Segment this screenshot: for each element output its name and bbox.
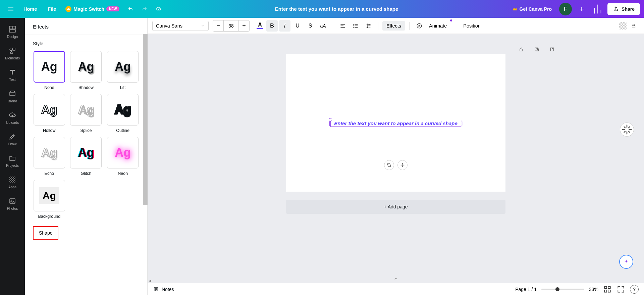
- style-preview: Ag: [107, 137, 139, 168]
- rail-label: Projects: [6, 163, 19, 167]
- page[interactable]: Enter the text you want to appear in a c…: [286, 54, 505, 192]
- strikethrough-button[interactable]: S: [305, 20, 316, 32]
- ai-assistant-fab[interactable]: [619, 255, 633, 269]
- style-background[interactable]: Ag Background: [33, 180, 66, 219]
- page-strip: [517, 45, 557, 54]
- svg-rect-1: [13, 26, 15, 29]
- style-preview: Ag: [107, 94, 139, 126]
- text-color-button[interactable]: A: [255, 21, 265, 31]
- style-shadow[interactable]: Ag Shadow: [70, 51, 103, 90]
- spacing-button[interactable]: [363, 20, 374, 32]
- notes-button[interactable]: Notes: [153, 286, 174, 292]
- style-neon[interactable]: Ag Neon: [106, 137, 139, 176]
- bold-button[interactable]: B: [266, 20, 278, 32]
- rail-design[interactable]: Design: [0, 21, 25, 43]
- get-pro-button[interactable]: Get Canva Pro: [508, 4, 556, 14]
- zoom-thumb[interactable]: [555, 287, 559, 291]
- style-echo[interactable]: Ag Echo: [33, 137, 66, 176]
- lock-button[interactable]: [628, 20, 639, 32]
- style-label: None: [44, 85, 54, 90]
- move-button[interactable]: [397, 160, 408, 170]
- style-lift[interactable]: Ag Lift: [106, 51, 139, 90]
- style-splice[interactable]: Ag Splice: [70, 94, 103, 133]
- svg-rect-23: [535, 48, 537, 50]
- rail-brand[interactable]: Brand: [0, 86, 25, 107]
- hamburger-menu[interactable]: [4, 2, 17, 16]
- avatar[interactable]: F: [559, 3, 572, 15]
- expand-pages-handle[interactable]: [391, 276, 401, 281]
- case-button[interactable]: aA: [317, 20, 329, 32]
- underline-button[interactable]: U: [292, 20, 303, 32]
- home-link[interactable]: Home: [19, 4, 42, 14]
- analytics-button[interactable]: [591, 3, 604, 15]
- rail-apps[interactable]: Apps: [0, 171, 25, 193]
- grid-view-button[interactable]: [603, 285, 612, 294]
- text-content[interactable]: Enter the text you want to appear in a c…: [334, 120, 458, 126]
- animate-button[interactable]: Animate: [425, 21, 451, 31]
- add-collaborator-button[interactable]: +: [575, 3, 588, 15]
- redo-button[interactable]: [138, 3, 151, 15]
- color-bar: [257, 28, 263, 29]
- style-label: Neon: [118, 171, 128, 176]
- export-page-button[interactable]: [547, 45, 557, 54]
- rail-projects[interactable]: Projects: [0, 150, 25, 171]
- zoom-slider[interactable]: [541, 289, 584, 290]
- font-size-input[interactable]: [224, 20, 238, 31]
- share-label: Share: [622, 6, 635, 12]
- crown-icon: [65, 6, 71, 12]
- rail-uploads[interactable]: Uploads: [0, 107, 25, 129]
- zoom-level[interactable]: 33%: [589, 287, 598, 292]
- rail-text[interactable]: Text: [0, 64, 25, 86]
- style-outline[interactable]: Ag Outline: [106, 94, 139, 133]
- design-title[interactable]: Enter the text you want to appear in a c…: [165, 6, 508, 12]
- page-indicator[interactable]: Page 1 / 1: [515, 287, 537, 292]
- scroll-left-arrow[interactable]: ◀: [148, 278, 152, 283]
- svg-rect-15: [10, 199, 15, 203]
- style-preview: Ag: [70, 137, 102, 168]
- add-page-button[interactable]: + Add page: [286, 200, 505, 214]
- position-button[interactable]: Position: [459, 21, 485, 31]
- rail-elements[interactable]: Elements: [0, 43, 25, 64]
- font-dropdown[interactable]: Canva Sans: [152, 21, 209, 31]
- brand-icon: [8, 90, 16, 98]
- effects-button[interactable]: Effects: [382, 21, 405, 31]
- duplicate-page-button[interactable]: [532, 45, 541, 54]
- undo-button[interactable]: [124, 3, 137, 15]
- resize-handle-left[interactable]: [329, 121, 331, 126]
- separator: [455, 22, 455, 30]
- decrease-size-button[interactable]: −: [213, 20, 224, 31]
- text-toolbar: Canva Sans − + A B I U S aA Effects Anim…: [148, 18, 644, 34]
- style-glitch[interactable]: Ag Glitch: [70, 137, 103, 176]
- share-button[interactable]: Share: [607, 3, 640, 15]
- italic-button[interactable]: I: [279, 20, 290, 32]
- file-menu[interactable]: File: [43, 4, 61, 14]
- style-preview: Ag: [34, 51, 65, 83]
- svg-point-13: [12, 181, 13, 182]
- animate-icon-button[interactable]: [414, 20, 425, 32]
- resize-handle-right[interactable]: [461, 121, 462, 126]
- svg-rect-25: [550, 48, 553, 51]
- alignment-button[interactable]: [337, 20, 348, 32]
- magic-switch-button[interactable]: Magic Switch NEW: [62, 4, 123, 14]
- sync-button[interactable]: [384, 160, 394, 170]
- page-lock-button[interactable]: [517, 45, 526, 54]
- comment-fab[interactable]: [620, 122, 634, 137]
- style-hollow[interactable]: Ag Hollow: [33, 94, 66, 133]
- rail-draw[interactable]: Draw: [0, 129, 25, 150]
- text-element[interactable]: Enter the text you want to appear in a c…: [330, 120, 461, 127]
- fullscreen-button[interactable]: [616, 285, 625, 294]
- style-preview: Ag: [34, 94, 65, 126]
- help-button[interactable]: ?: [630, 285, 639, 294]
- cloud-sync-button[interactable]: [152, 3, 165, 15]
- style-none[interactable]: Ag None: [33, 51, 66, 90]
- panel-scrollbar[interactable]: [143, 34, 148, 205]
- svg-point-9: [10, 179, 11, 180]
- svg-rect-28: [604, 290, 607, 292]
- style-label: Splice: [80, 128, 92, 133]
- increase-size-button[interactable]: +: [238, 20, 249, 31]
- rail-photos[interactable]: Photos: [0, 193, 25, 214]
- list-button[interactable]: [350, 20, 361, 32]
- shape-section-title[interactable]: Shape: [33, 226, 58, 240]
- transparency-button[interactable]: [619, 22, 627, 30]
- canvas-area[interactable]: Enter the text you want to appear in a c…: [148, 34, 644, 283]
